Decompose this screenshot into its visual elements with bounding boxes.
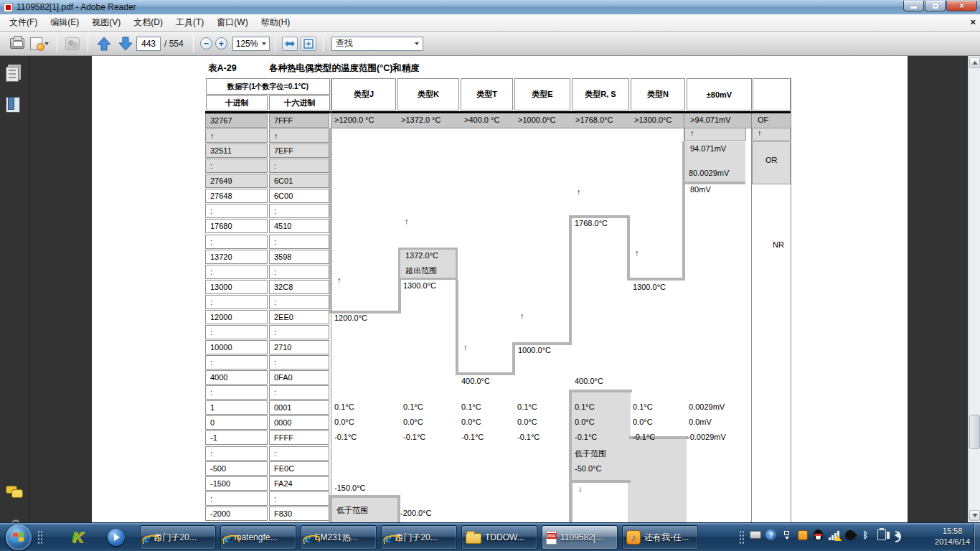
system-tray: ? ᛒ [749, 529, 903, 541]
rs-min-label: -50.0°C [575, 464, 601, 473]
menu-item-3[interactable]: 文档(D) [127, 14, 169, 31]
taskbar-window-4[interactable]: TDDOW... [461, 525, 537, 550]
hex-cell: : [269, 159, 329, 173]
pdf-page: 表A-29 各种热电偶类型的温度范围(°C)和精度 数据字(1个数字位=0.1°… [92, 56, 908, 522]
n-p-label: 0.1°C [633, 402, 653, 411]
taskbar-window-6[interactable]: ♪还有我-任... [622, 525, 698, 550]
menu-item-6[interactable]: 帮助(H) [255, 14, 297, 31]
menu-item-5[interactable]: 窗口(W) [210, 14, 254, 31]
header-type-k: 类型K [397, 78, 459, 110]
t-max-label: 400.0°C [461, 377, 490, 385]
header-data-word: 数据字(1个数字位=0.1°C) [206, 78, 330, 95]
rs-below-label: 低于范围 [575, 448, 606, 459]
overflow-row: >1200.0 °C>1372.0 °C>400.0 °C>1000.0°C>1… [331, 113, 791, 128]
show-desktop-button[interactable] [974, 523, 980, 551]
volume-icon[interactable] [891, 529, 903, 541]
previous-page-button[interactable] [93, 34, 115, 53]
comments-panel-icon[interactable] [6, 486, 17, 494]
menu-item-4[interactable]: 工具(T) [169, 14, 210, 31]
quick-launch-player[interactable] [106, 527, 126, 547]
diagram-shape [569, 215, 630, 218]
menu-item-1[interactable]: 编辑(E) [44, 14, 85, 31]
pdf-file-icon [546, 531, 557, 545]
diagram-shape [682, 141, 685, 281]
fit-width-button[interactable] [282, 37, 298, 51]
chevron-down-icon [415, 42, 419, 45]
windows-logo-icon [13, 532, 24, 542]
j-max-label: 1200.0°C [334, 314, 367, 322]
quick-launch-grip[interactable] [37, 530, 43, 545]
diagram-shape [329, 495, 400, 498]
j-z-label: 0.0°C [334, 418, 354, 426]
navigation-pane [0, 56, 29, 522]
k-min-label: -200.0°C [400, 509, 432, 517]
satellite-tray-icon[interactable] [844, 529, 856, 541]
arrow-down-icon [118, 36, 133, 52]
print-button[interactable] [7, 34, 27, 53]
header-type-rs: 类型R, S [572, 78, 629, 110]
zoom-in-button[interactable]: + [215, 37, 227, 50]
chevron-down-icon [44, 42, 49, 45]
page-number-input[interactable]: 443 [136, 37, 161, 51]
e-arrow-label: ↑ [520, 311, 524, 320]
search-input[interactable]: 查找 [331, 37, 423, 51]
rs-m-label: -0.1°C [575, 433, 597, 441]
menu-item-2[interactable]: 视图(V) [85, 14, 127, 31]
decimal-cell: 27648 [205, 189, 268, 203]
desktop: 1109582[1].pdf - Adobe Reader × 文件(F)编辑(… [0, 0, 980, 551]
decimal-cell: : [205, 385, 268, 400]
bookmarks-panel-icon[interactable] [6, 97, 20, 113]
network-status-icon[interactable] [828, 529, 840, 541]
n-arrow-label: ↑ [635, 248, 639, 257]
taskbar-window-5[interactable]: 1109582[... [542, 525, 618, 550]
tray-grip[interactable] [739, 530, 745, 545]
hex-cell: : [269, 355, 329, 369]
decimal-cell: -1 [205, 430, 268, 445]
vertical-scrollbar[interactable] [968, 56, 980, 522]
scroll-down-button[interactable] [969, 510, 980, 521]
e-p-label: 0.1°C [517, 402, 537, 411]
show-hidden-icons[interactable] [781, 529, 793, 541]
fit-page-button[interactable] [301, 37, 316, 51]
fit-width-icon [285, 39, 295, 48]
pages-panel-icon[interactable] [6, 67, 19, 82]
restore-button[interactable] [925, 1, 946, 11]
diagram-shape [512, 342, 515, 375]
share-button[interactable] [27, 34, 52, 53]
hex-cell: 7FFF [269, 113, 329, 128]
input-keyboard-icon[interactable] [749, 529, 761, 541]
close-document-icon[interactable]: × [970, 17, 976, 27]
zoom-out-button[interactable]: − [200, 37, 212, 50]
minimize-button[interactable] [903, 1, 924, 11]
scrollbar-thumb[interactable] [969, 415, 980, 449]
k-p-label: 0.1°C [403, 402, 423, 411]
qq-tray-icon[interactable] [812, 529, 824, 541]
help-icon[interactable]: ? [765, 529, 777, 541]
taskbar-window-0[interactable]: e西门子20... [140, 525, 216, 550]
hex-cell: F830 [269, 507, 329, 521]
mv-z-label: 0.0mV [689, 418, 712, 426]
taskbar-window-1[interactable]: ematengfe... [220, 525, 296, 550]
close-button[interactable]: × [946, 1, 977, 11]
clipboard-tray-icon[interactable] [875, 529, 887, 541]
taskbar-window-3[interactable]: e西门子20... [381, 525, 457, 550]
kugou-tray-icon[interactable] [796, 529, 809, 541]
start-button[interactable] [6, 524, 32, 550]
scroll-up-button[interactable] [969, 57, 980, 68]
mv-m-label: -0.0029mV [687, 433, 726, 441]
next-page-button[interactable] [115, 34, 136, 53]
clock-date: 2014/6/14 [935, 537, 970, 547]
mv-80-label: 80mV [690, 185, 711, 194]
collaborate-button[interactable] [62, 34, 83, 53]
quick-launch-kmplayer[interactable]: K [67, 527, 88, 547]
clock[interactable]: 15:58 2014/6/14 [935, 526, 970, 547]
bluetooth-icon[interactable]: ᛒ [859, 529, 872, 541]
hex-cell: : [269, 265, 329, 279]
nr-label-label: NR [773, 240, 784, 249]
j-arrow-label: ↑ [337, 276, 341, 284]
taskbar-window-2[interactable]: eEM231热... [301, 525, 377, 550]
decimal-cell: : [205, 159, 268, 173]
zoom-level-select[interactable]: 125% [232, 37, 270, 51]
menu-item-0[interactable]: 文件(F) [3, 14, 44, 31]
title-bar: 1109582[1].pdf - Adobe Reader × [0, 0, 980, 14]
